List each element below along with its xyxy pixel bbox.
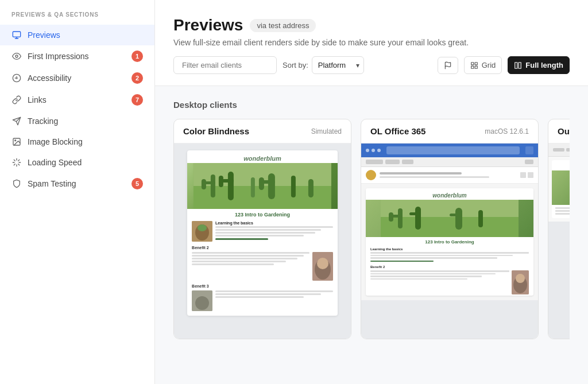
sidebar-item-label: Links bbox=[28, 95, 126, 104]
sidebar-item-label: First Impressions bbox=[28, 52, 126, 61]
full-length-button[interactable]: Full length bbox=[508, 56, 570, 74]
svg-rect-23 bbox=[519, 62, 521, 68]
sidebar-item-label: Accessibility bbox=[28, 73, 126, 83]
page-title: Previews bbox=[173, 16, 243, 34]
sidebar-item-image-blocking[interactable]: Image Blocking bbox=[0, 131, 154, 152]
send-icon bbox=[11, 116, 22, 126]
card-body[interactable]: wond... bbox=[548, 143, 570, 339]
svg-rect-28 bbox=[202, 179, 206, 189]
svg-rect-19 bbox=[475, 62, 477, 64]
svg-rect-29 bbox=[228, 172, 234, 200]
card-meta: Simulated bbox=[311, 127, 342, 135]
svg-rect-31 bbox=[219, 176, 223, 187]
svg-point-45 bbox=[195, 296, 209, 310]
page-subtitle: View full-size email client renders side… bbox=[173, 38, 570, 47]
sidebar: PREVIEWS & QA SECTIONS Previews First Im… bbox=[0, 0, 155, 384]
accessibility-icon bbox=[11, 73, 22, 83]
svg-rect-21 bbox=[475, 66, 477, 68]
sidebar-item-links[interactable]: Links 7 bbox=[0, 89, 154, 111]
card-color-blindness: Color Blindness Simulated wonderblum bbox=[173, 119, 351, 339]
sidebar-item-first-impressions[interactable]: First Impressions 1 bbox=[0, 45, 154, 67]
sort-by-label: Sort by: bbox=[283, 61, 308, 69]
sort-select[interactable]: Platform Client Date bbox=[312, 56, 364, 74]
monitor-icon bbox=[11, 30, 22, 40]
sidebar-item-previews[interactable]: Previews bbox=[0, 25, 154, 45]
svg-rect-27 bbox=[205, 181, 215, 184]
svg-rect-30 bbox=[222, 179, 234, 183]
svg-point-3 bbox=[16, 55, 18, 57]
svg-rect-0 bbox=[13, 32, 20, 37]
svg-point-40 bbox=[198, 224, 207, 231]
svg-rect-26 bbox=[211, 174, 215, 197]
content-area: Desktop clients Color Blindness Simulate… bbox=[155, 86, 588, 353]
grid-button[interactable]: Grid bbox=[464, 56, 502, 74]
svg-point-58 bbox=[516, 274, 525, 283]
svg-rect-34 bbox=[262, 180, 275, 184]
svg-line-12 bbox=[18, 164, 20, 165]
svg-point-43 bbox=[317, 258, 328, 269]
sidebar-item-spam-testing[interactable]: Spam Testing 5 bbox=[0, 173, 154, 195]
svg-rect-36 bbox=[291, 176, 296, 197]
svg-point-8 bbox=[15, 140, 16, 141]
svg-rect-53 bbox=[455, 208, 462, 230]
svg-rect-54 bbox=[450, 214, 462, 216]
card-header: Color Blindness Simulated bbox=[174, 119, 351, 143]
svg-rect-32 bbox=[251, 177, 255, 197]
svg-line-16 bbox=[18, 160, 20, 161]
badge-accessibility: 2 bbox=[131, 72, 143, 84]
svg-line-11 bbox=[14, 160, 15, 161]
sidebar-item-label: Previews bbox=[28, 30, 143, 40]
card-title: OL Office 365 bbox=[370, 126, 425, 136]
sort-select-wrapper: Platform Client Date bbox=[312, 56, 364, 74]
card-ol-office: OL Office 365 macOS 12.6.1 bbox=[361, 119, 539, 339]
email-preview: wonderblum bbox=[187, 150, 338, 316]
toolbar: Sort by: Platform Client Date bbox=[173, 56, 570, 74]
svg-rect-35 bbox=[259, 177, 264, 190]
badge-links: 7 bbox=[131, 94, 143, 106]
card-header: OL Office 365 macOS 12.6.1 bbox=[361, 119, 538, 143]
cards-row: Color Blindness Simulated wonderblum bbox=[173, 119, 570, 339]
svg-rect-48 bbox=[398, 208, 403, 228]
sidebar-item-label: Image Blocking bbox=[28, 137, 143, 146]
flag-icon bbox=[444, 61, 452, 69]
image-icon bbox=[11, 137, 22, 147]
title-row: Previews via test address bbox=[173, 16, 570, 34]
card-title: Outlo bbox=[558, 126, 570, 136]
card-meta: macOS 12.6.1 bbox=[485, 127, 529, 135]
svg-rect-37 bbox=[308, 179, 314, 197]
filter-input[interactable] bbox=[173, 56, 277, 74]
sidebar-item-accessibility[interactable]: Accessibility 2 bbox=[0, 67, 154, 89]
card-body[interactable]: wonderblum bbox=[361, 143, 538, 339]
svg-rect-55 bbox=[478, 210, 483, 227]
svg-rect-18 bbox=[471, 62, 473, 64]
flag-button[interactable] bbox=[438, 57, 458, 74]
sidebar-section-label: PREVIEWS & QA SECTIONS bbox=[0, 11, 154, 25]
full-length-icon bbox=[514, 61, 522, 69]
card-header: Outlo bbox=[548, 119, 570, 143]
card-partial: Outlo wond... bbox=[548, 119, 570, 339]
grid-label: Grid bbox=[482, 61, 496, 69]
svg-line-15 bbox=[14, 164, 15, 165]
svg-rect-22 bbox=[515, 62, 517, 68]
card-body[interactable]: wonderblum bbox=[174, 143, 351, 339]
sidebar-item-label: Tracking bbox=[28, 117, 143, 126]
card-title: Color Blindness bbox=[183, 126, 249, 136]
sidebar-item-tracking[interactable]: Tracking bbox=[0, 111, 154, 131]
sidebar-item-label: Spam Testing bbox=[28, 179, 126, 188]
link-icon bbox=[11, 95, 22, 105]
app-container: PREVIEWS & QA SECTIONS Previews First Im… bbox=[0, 0, 588, 384]
eye-icon bbox=[11, 51, 22, 61]
full-length-label: Full length bbox=[525, 61, 563, 69]
sidebar-item-loading-speed[interactable]: Loading Speed bbox=[0, 152, 154, 173]
svg-rect-50 bbox=[389, 212, 393, 222]
svg-rect-49 bbox=[392, 215, 403, 218]
sort-by-row: Sort by: Platform Client Date bbox=[283, 56, 364, 74]
loader-icon bbox=[11, 157, 22, 168]
svg-rect-33 bbox=[268, 173, 275, 199]
main-content: Previews via test address View full-size… bbox=[155, 0, 588, 384]
svg-rect-51 bbox=[415, 207, 421, 230]
sidebar-item-label: Loading Speed bbox=[28, 158, 143, 167]
badge-spam-testing: 5 bbox=[131, 178, 143, 189]
via-badge: via test address bbox=[250, 19, 316, 32]
grid-icon bbox=[470, 61, 478, 69]
